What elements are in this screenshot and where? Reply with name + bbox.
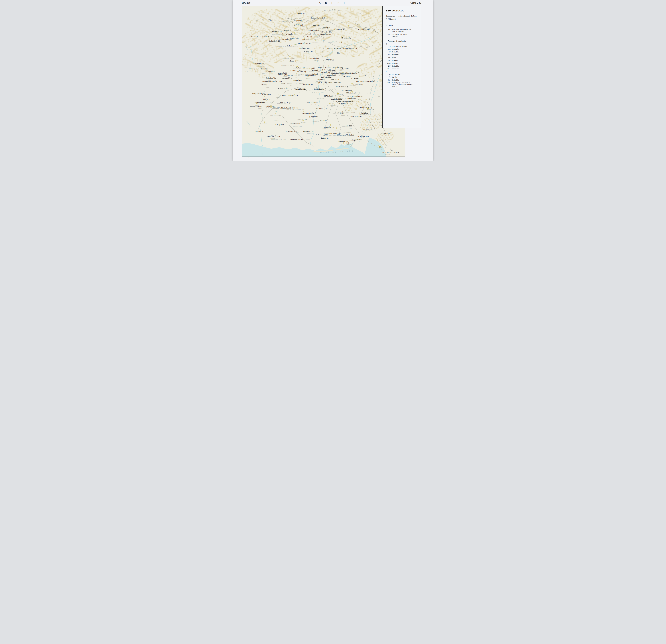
place-name: Ugovizza: [357, 26, 361, 27]
atlas-page: Tav. 268 A S L E F Carta 233: [233, 0, 433, 161]
place-name: SAPPADA: [274, 25, 280, 27]
place-name: Vernasso: [356, 87, 360, 88]
place-name: RONCHIS: [307, 133, 313, 134]
map-label: bíəlišar háufe 1: [268, 20, 279, 22]
settlement-marker: [338, 46, 339, 47]
settlement-marker: [276, 118, 277, 119]
place-name: AQUILEIA: [340, 144, 347, 146]
apparato-item: 131farkáde: [386, 60, 418, 61]
settlement-marker: [277, 24, 278, 25]
settlement-marker: [329, 103, 331, 104]
map-number-title: 830. RUMATA: [386, 9, 418, 12]
map-label: farkadís 124a: [288, 94, 298, 96]
settlement-marker: [343, 142, 344, 144]
map-label: farkadíče 19: [305, 33, 315, 35]
apparato-item: 212afarkadíṣa (se la rumata è fresca) / …: [386, 82, 418, 87]
map-label: rumulę́ra 121a: [254, 101, 265, 103]
map-label: frakadíše 196: [341, 125, 352, 127]
place-name: San Odorico: [299, 92, 305, 93]
map-label: farkadíza / frakadíča ○ 56a: [262, 80, 282, 82]
map-label: 49 farkadíč: [306, 67, 315, 69]
settlement-marker: [264, 71, 265, 72]
map-label: mútare / farkadíze 194a: [324, 132, 341, 134]
place-name: SAN VITO AL TAGLIAMENTO: [286, 109, 304, 110]
map-label: farkadíče 67: [327, 74, 336, 76]
map-label: 118a frakadíča: [346, 92, 357, 94]
map-label: farkáde 99: [317, 79, 325, 80]
settlement-marker: [315, 51, 316, 52]
map-label: 103a farkadíče: [341, 90, 352, 92]
place-name: CERVIGNANO: [342, 132, 351, 133]
legend-panel: 830. RUMATA Taupinière - Maulwurfhügel -…: [382, 5, 421, 128]
map-label: 68a farkáde / frakadíče Ⓟ: [340, 72, 359, 74]
place-name: Ceresetto: [321, 85, 326, 87]
map-label: 87 frikadíč: [351, 78, 360, 79]
map-label: 155 farkadísa: [358, 112, 368, 114]
place-name: 223a: [382, 148, 384, 149]
map-label: 34a: [337, 52, 340, 54]
place-name: F. Isonzo: [369, 89, 372, 94]
settlement-marker: [256, 103, 258, 104]
map-label: rumę́ra 109: [263, 99, 271, 100]
place-name: Cedarchis: [313, 36, 318, 37]
map-label: farkadíče 112a: [295, 88, 306, 90]
place-name: 186: [364, 121, 366, 123]
settlement-marker: [347, 44, 348, 46]
place-name: F. Gail: [357, 13, 361, 15]
map-label: farkadíča 35: [287, 45, 297, 47]
place-name: RUDA: [349, 128, 352, 129]
place-name: CIMOLAIS: [258, 66, 265, 67]
map-label: 105 farkadís Ⓟ: [351, 84, 363, 86]
map-label: 79a śfarkadíče: [305, 74, 316, 76]
settlement-marker: [264, 121, 265, 123]
apparato-item: 206farkadíče: [386, 65, 418, 67]
settlement-marker: [331, 28, 332, 29]
map-label: 131 farkadíče ○: [344, 97, 356, 99]
place-name: Raccolana: [339, 43, 344, 44]
map-label: 113 farkadíče Ⓟ: [314, 88, 326, 90]
map-label: farkadíča 75: [278, 72, 287, 74]
place-name: ERTO: [245, 71, 248, 72]
place-name: TRAMONTI DI SOPRA: [283, 57, 297, 59]
settlement-marker: [358, 24, 360, 25]
settlement-marker: [302, 90, 303, 91]
map-label: frakadís 78: [284, 74, 293, 76]
map-label: frëkadíčë 36a: [299, 48, 310, 50]
apparato-item: 19afarkadíče: [386, 48, 418, 50]
settlement-marker: [349, 110, 350, 111]
place-name: Interneppo: [314, 59, 319, 61]
settlement-marker: [286, 19, 287, 20]
place-name: Laglesie San Leopoldo: [343, 27, 354, 29]
terrain-patch: [371, 128, 397, 149]
map-label: 86 farkáde: [344, 76, 351, 77]
map-label: farkadíč 51: [318, 67, 327, 68]
international-border: [254, 18, 392, 151]
settlement-marker: [323, 25, 324, 27]
place-name: ÚDINE: [337, 94, 344, 95]
map-label: 45 farkadíč: [326, 58, 334, 60]
place-name: 91: [264, 91, 265, 92]
settlement-marker: [366, 27, 367, 28]
map-label: 31a farkadíče: [316, 40, 326, 42]
map-label: farkadísa 202a: [286, 131, 297, 132]
settlement-marker: [311, 14, 313, 15]
settlement-marker: [330, 40, 331, 41]
map-label: 66a farkadíč: [331, 72, 340, 74]
place-name: AZZANO DÉCIMO: [270, 115, 281, 117]
map-label: P: [365, 75, 366, 77]
settlement-marker: [333, 103, 334, 104]
map-label: farkadíča 9: [284, 22, 293, 24]
map-label: P: [284, 83, 285, 85]
place-name: CLAUT: [262, 73, 266, 74]
place-name: Lugugnana: [305, 139, 310, 140]
map-label: farkadíča 17a: [284, 30, 294, 31]
note-item: 41si usa solo l'espressione: a á butât s…: [386, 29, 418, 32]
map-label: 219 kərtavína: [381, 132, 391, 134]
map-label: 119a farkadíza Ⓟ: [350, 95, 363, 97]
place-name: FORNI DI SOTTO: [275, 46, 286, 47]
place-name: 159: [275, 111, 277, 112]
place-name: AUSTRIA: [325, 9, 341, 11]
map-label: 38 grún̦ de la solvę́ra Ⓟ: [249, 68, 267, 70]
settlement-marker: [360, 75, 361, 77]
map-label: grúm dal fárk 31: [298, 43, 311, 44]
